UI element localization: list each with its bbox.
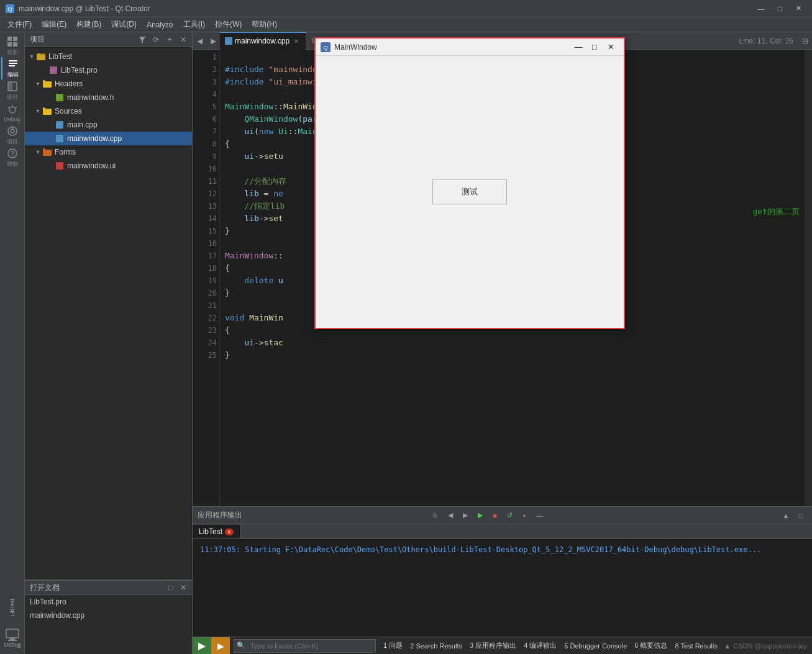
svg-marker-24 [139, 37, 145, 43]
tab-close-btn[interactable]: ✕ [292, 37, 301, 45]
svg-rect-31 [56, 94, 63, 101]
sidebar-projects[interactable]: 项目 [1, 124, 24, 147]
output-run-btn[interactable]: ▶ [474, 509, 486, 522]
output-expand-btn[interactable]: ▲ [780, 509, 792, 522]
projects-panel-label: 项目 [27, 34, 135, 45]
svg-point-16 [11, 129, 14, 133]
svg-text:Q: Q [7, 6, 12, 12]
output-float-btn[interactable]: □ [795, 509, 807, 522]
bottom-nav: ▶ ▶ 🔍 1 问题 2 Search Results 3 应用程序输出 4 编… [193, 637, 812, 654]
svg-rect-38 [56, 162, 63, 170]
tree-forms-folder[interactable]: ▼ Forms [25, 145, 192, 159]
mainwindow-cpp-label: mainwindow.cpp [67, 134, 122, 143]
menu-build[interactable]: 构建(B) [71, 17, 106, 32]
status-app-output[interactable]: 3 应用程序输出 [466, 641, 520, 650]
svg-line-14 [16, 107, 17, 108]
csdn-watermark: CSDN @cappuccino-jay [733, 642, 812, 650]
svg-rect-28 [50, 66, 57, 74]
tree-libtestpro[interactable]: LibTest.pro [25, 63, 192, 77]
run-button[interactable]: ▶ [193, 637, 211, 655]
svg-rect-7 [9, 63, 17, 64]
editor-tab-mainwindow-cpp[interactable]: mainwindow.cpp ✕ [220, 32, 306, 50]
svg-marker-37 [43, 148, 47, 151]
status-debugger[interactable]: 5 Debugger Console [560, 642, 631, 650]
menu-controls[interactable]: 控件(W) [210, 17, 247, 32]
tree-mainwindow-ui[interactable]: mainwindow.ui [25, 159, 192, 173]
output-nav-next-btn[interactable]: ▶ [459, 509, 472, 522]
open-docs-close-btn[interactable]: ✕ [177, 581, 189, 594]
tree-main-cpp[interactable]: main.cpp [25, 118, 192, 132]
svg-rect-8 [9, 65, 15, 66]
output-toolbar: 应用程序输出 ⎘ ◀ ▶ ▶ ■ ↺ + — ▲ □ [193, 507, 812, 524]
status-problems[interactable]: 1 问题 [380, 641, 406, 650]
output-stop-btn[interactable]: ■ [489, 509, 501, 522]
line-col-indicator: Line: 11, Col: 26 [739, 37, 798, 45]
overlay-title-text: MainWindow [334, 43, 570, 52]
cpp-file-icon [225, 37, 232, 45]
status-compile[interactable]: 4 编译输出 [520, 641, 560, 650]
menu-file[interactable]: 文件(F) [2, 17, 37, 32]
overlay-maximize-btn[interactable]: □ [586, 40, 603, 54]
output-tabs: LibTest × [193, 524, 812, 539]
tree-headers-folder[interactable]: ▼ Headers [25, 77, 192, 91]
tree-libtest-root[interactable]: ▼ LibTest [25, 50, 192, 63]
file-tree: ▼ LibTest LibTest.pro ▼ Head [25, 47, 192, 579]
sidebar-design[interactable]: 设计 [1, 79, 24, 102]
output-tab-libtest[interactable]: LibTest × [193, 525, 240, 538]
overlay-minimize-btn[interactable]: — [570, 40, 586, 54]
sidebar-debug[interactable]: Debug [1, 102, 24, 124]
sync-btn[interactable]: ⟳ [150, 34, 162, 46]
svg-marker-33 [43, 107, 47, 110]
tree-mainwindow-cpp[interactable]: mainwindow.cpp [25, 132, 192, 145]
overlay-test-button[interactable]: 测试 [432, 179, 507, 204]
editor-output-container: ◀ ▶ mainwindow.cpp ✕ MainWindow::MainWin… [193, 32, 812, 654]
search-input[interactable] [248, 640, 375, 652]
status-search-results[interactable]: 2 Search Results [406, 642, 466, 650]
status-tests[interactable]: 8 Test Results [671, 642, 721, 650]
tree-sources-folder[interactable]: ▼ Sources [25, 104, 192, 118]
status-summary[interactable]: 6 概要信息 [631, 641, 671, 650]
scrollbar-right[interactable] [805, 50, 812, 506]
svg-point-11 [9, 107, 16, 113]
sources-folder-label: Sources [55, 107, 82, 116]
libtest-root-label: LibTest [48, 52, 72, 61]
right-edge-text: get的第二页 [753, 206, 800, 217]
nav-back-btn[interactable]: ◀ [193, 34, 206, 48]
open-doc-mainwindow-cpp[interactable]: mainwindow.cpp [25, 609, 192, 622]
output-copy-btn[interactable]: ⎘ [429, 509, 442, 522]
tree-mainwindow-h[interactable]: mainwindow.h [25, 91, 192, 104]
open-docs-maximize-btn[interactable]: □ [165, 581, 177, 594]
overlay-content: 测试 [316, 56, 624, 328]
sidebar-help[interactable]: ? 帮助 [1, 147, 24, 169]
overlay-close-btn[interactable]: ✕ [603, 40, 619, 54]
close-button[interactable]: ✕ [790, 2, 807, 16]
menu-edit[interactable]: 编辑(E) [37, 17, 71, 32]
svg-rect-5 [13, 42, 17, 47]
menu-tools[interactable]: 工具(I) [178, 17, 210, 32]
sidebar-welcome[interactable]: 欢迎 [1, 35, 24, 57]
svg-line-13 [8, 107, 9, 108]
output-restart-btn[interactable]: ↺ [504, 509, 516, 522]
menu-debug[interactable]: 调试(D) [106, 17, 142, 32]
open-doc-libtestpro[interactable]: LibTest.pro [25, 595, 192, 609]
maximize-button[interactable]: □ [771, 2, 788, 16]
debug-run-button[interactable]: ▶ [211, 637, 230, 655]
filter-btn[interactable] [136, 34, 148, 46]
minimize-button[interactable]: — [752, 2, 770, 16]
add-btn[interactable]: + [163, 34, 176, 46]
output-nav-prev-btn[interactable]: ◀ [444, 509, 457, 522]
output-add-btn[interactable]: + [519, 509, 531, 522]
sidebar-edit[interactable]: 编辑 [1, 57, 24, 79]
svg-rect-35 [56, 135, 63, 142]
output-remove-btn[interactable]: — [534, 509, 546, 522]
status-items: 1 问题 2 Search Results 3 应用程序输出 4 编译输出 5 … [380, 641, 733, 650]
main-window-overlay[interactable]: Q MainWindow — □ ✕ 测试 [314, 37, 625, 329]
close-panel-btn[interactable]: ✕ [177, 34, 189, 46]
nav-fwd-btn[interactable]: ▶ [206, 34, 220, 48]
menu-help[interactable]: 帮助(H) [247, 17, 282, 32]
split-editor-btn[interactable]: ⊟ [798, 34, 812, 48]
svg-rect-23 [8, 640, 17, 641]
open-docs-label: 打开文档 [27, 583, 165, 593]
menu-analyze[interactable]: Analyze [142, 17, 178, 32]
projects-label: 项目 [7, 138, 18, 146]
